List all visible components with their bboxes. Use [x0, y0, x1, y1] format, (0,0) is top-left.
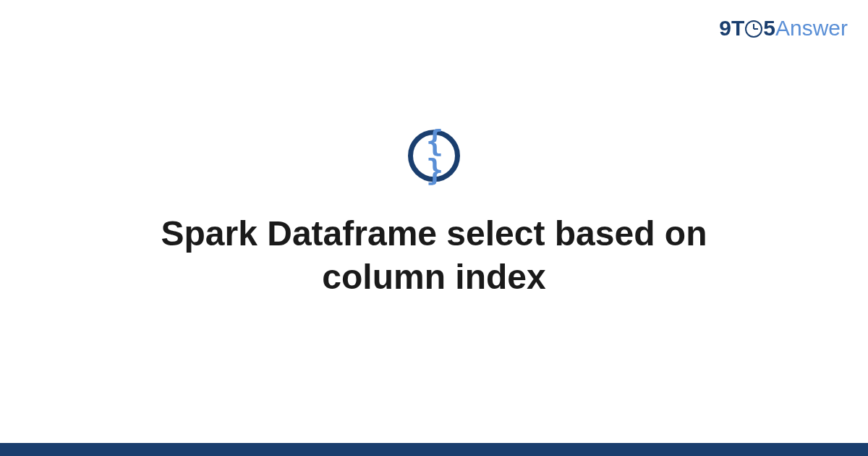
- braces-glyph: { }: [413, 127, 455, 185]
- clock-icon: [745, 20, 762, 38]
- logo-suffix: 5: [763, 16, 775, 41]
- footer-bar: [0, 443, 868, 456]
- site-logo: 9T 5 Answer: [719, 16, 848, 41]
- clock-min-hand: [754, 28, 758, 30]
- page-title: Spark Dataframe select based on column i…: [101, 212, 767, 299]
- logo-brand: Answer: [775, 16, 848, 41]
- code-braces-icon: { }: [408, 130, 460, 182]
- main-content: { } Spark Dataframe select based on colu…: [0, 130, 868, 299]
- logo-prefix: 9T: [719, 16, 744, 41]
